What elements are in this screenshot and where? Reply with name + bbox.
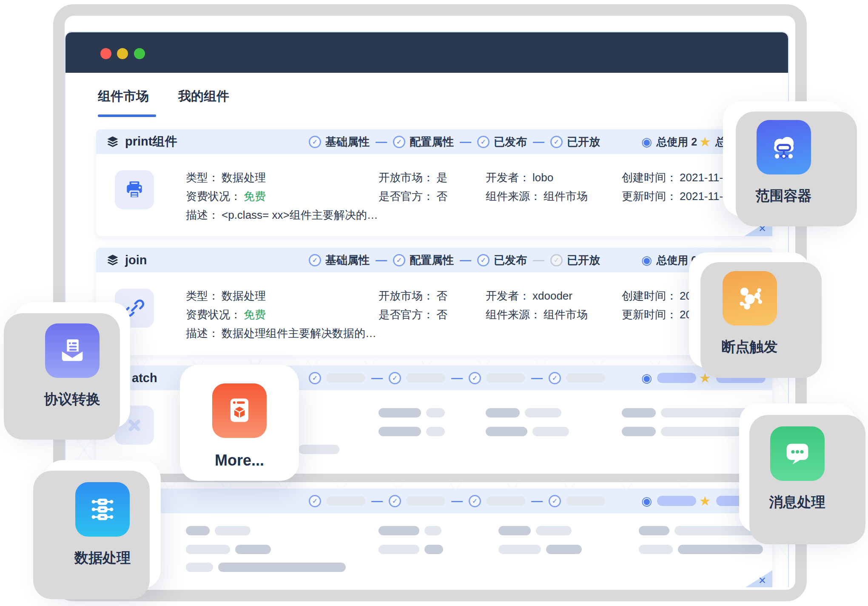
feature-card-more[interactable]: More...	[180, 365, 299, 481]
field-label: 开发者：	[486, 171, 530, 184]
step-label: 基础属性	[325, 134, 370, 149]
step-skeleton: ✓	[309, 372, 365, 384]
field-value: 组件市场	[544, 190, 588, 203]
field-value: 否	[436, 190, 447, 203]
field-label: 更新时间：	[622, 190, 677, 203]
step-connector: —	[531, 372, 543, 385]
feature-label: 数据处理	[74, 549, 131, 568]
layers-icon	[106, 135, 119, 148]
skeleton-row	[486, 427, 569, 436]
feature-card-scope-container[interactable]: 范围容器	[723, 101, 844, 216]
step-config: ✓配置属性	[393, 253, 454, 268]
eye-icon: ◉	[641, 371, 652, 385]
component-name: atch	[132, 371, 157, 385]
field-fee: 资费状况：免费	[186, 189, 266, 204]
maximize-window-icon[interactable]	[134, 48, 145, 59]
check-icon: ✓	[469, 495, 481, 507]
field-label: 资费状况：	[186, 308, 241, 321]
field-label: 是否官方：	[379, 308, 434, 321]
field-market: 开放市场：是	[379, 170, 447, 185]
eye-icon: ◉	[641, 253, 652, 267]
feature-label: 断点触发	[722, 337, 778, 357]
skeleton-pill	[532, 427, 569, 436]
field-label: 创建时间：	[622, 289, 677, 302]
skeleton-row	[186, 563, 346, 572]
status-steps: ✓基础属性 — ✓配置属性 — ✓已发布 — ✓已开放	[309, 129, 600, 154]
feature-card-data-processing[interactable]: 数据处理	[44, 460, 161, 589]
skeleton-pill	[186, 563, 213, 572]
feature-card-breakpoint-trigger[interactable]: 断点触发	[689, 252, 810, 368]
step-skeleton: ✓	[549, 495, 605, 507]
skeleton-row	[186, 545, 271, 554]
check-icon: ✓	[549, 495, 561, 507]
step-connector: —	[533, 254, 544, 267]
skeleton-pill	[525, 408, 561, 417]
skeleton-row	[379, 545, 443, 554]
skeleton-pill	[657, 373, 696, 383]
minimize-window-icon[interactable]	[117, 48, 128, 59]
skeleton-pill	[186, 526, 210, 535]
step-open: ✓已开放	[550, 134, 600, 149]
step-open: ✓已开放	[550, 253, 600, 268]
skeleton-pill	[622, 427, 656, 436]
field-value: xdooder	[532, 289, 572, 302]
feature-label: 消息处理	[769, 493, 825, 512]
inbox-document-icon	[45, 323, 100, 378]
usage-meta: ◉	[641, 366, 696, 390]
step-label: 已开放	[567, 253, 600, 268]
step-connector: —	[460, 135, 471, 149]
skeleton-row	[498, 526, 572, 535]
step-skeleton: ✓	[549, 372, 605, 384]
component-card-skeleton-2[interactable]: ✓ — ✓ — ✓ — ✓ ◉ ★	[96, 489, 772, 587]
star-icon: ★	[699, 493, 711, 509]
skeleton-pill	[498, 545, 541, 554]
skeleton-row	[639, 545, 763, 554]
skeleton-pill	[424, 545, 443, 554]
field-label: 类型：	[186, 289, 219, 302]
field-desc: 描述：数据处理组件主要解决数据的…	[186, 326, 376, 341]
skeleton-pill	[566, 373, 605, 383]
check-icon: ✓	[389, 495, 401, 507]
field-official: 是否官方：否	[379, 307, 447, 322]
skeleton-row	[379, 408, 445, 417]
component-card-print[interactable]: print组件 ✓基础属性 — ✓配置属性 — ✓已发布 — ✓已开放 ◉ 总使…	[96, 129, 772, 236]
skeleton-row	[622, 427, 742, 436]
skeleton-pill	[299, 445, 339, 454]
field-type: 类型：数据处理	[186, 170, 266, 185]
feature-card-message-processing[interactable]: 消息处理	[739, 403, 855, 533]
field-source: 组件来源：组件市场	[486, 307, 588, 322]
step-label: 配置属性	[410, 134, 454, 149]
field-fee: 资费状况：免费	[186, 307, 266, 322]
skeleton-pill	[678, 545, 763, 554]
component-name: join	[125, 253, 147, 267]
status-steps: ✓基础属性 — ✓配置属性 — ✓已发布 — ✓已开放	[309, 248, 600, 272]
step-connector: —	[531, 495, 543, 508]
skeleton-pill	[486, 496, 525, 506]
feature-label: 协议转换	[44, 390, 100, 409]
skeleton-pill	[486, 427, 527, 436]
skeleton-pill	[661, 408, 750, 417]
usage-meta: ◉	[641, 489, 696, 513]
chat-icon	[770, 426, 825, 481]
field-value: 是	[436, 171, 447, 184]
step-config: ✓配置属性	[393, 134, 454, 149]
card-header: join ✓基础属性 — ✓配置属性 — ✓已发布 — ✓已开放 ◉ 总使用 6…	[96, 248, 772, 272]
skeleton-pill	[566, 496, 605, 506]
field-source: 组件来源：组件市场	[486, 189, 588, 204]
card-header: print组件 ✓基础属性 — ✓配置属性 — ✓已发布 — ✓已开放 ◉ 总使…	[96, 129, 772, 154]
component-card-join[interactable]: join ✓基础属性 — ✓配置属性 — ✓已发布 — ✓已开放 ◉ 总使用 6…	[96, 248, 772, 355]
field-label: 开发者：	[486, 289, 530, 302]
feature-card-protocol-conversion[interactable]: 协议转换	[14, 302, 130, 429]
step-label: 已发布	[494, 253, 527, 268]
check-icon: ✓	[309, 372, 321, 384]
layers-icon	[106, 254, 119, 266]
tab-my-components[interactable]: 我的组件	[178, 88, 229, 105]
field-value: 数据处理组件主要解决数据的…	[222, 327, 376, 340]
skeleton-pill	[486, 373, 525, 383]
field-label: 组件来源：	[486, 190, 541, 203]
card-corner-fold[interactable]	[744, 570, 772, 587]
tab-component-market[interactable]: 组件市场	[98, 88, 149, 105]
close-window-icon[interactable]	[100, 48, 111, 59]
field-value: 否	[436, 289, 447, 302]
skeleton-pill	[661, 427, 742, 436]
